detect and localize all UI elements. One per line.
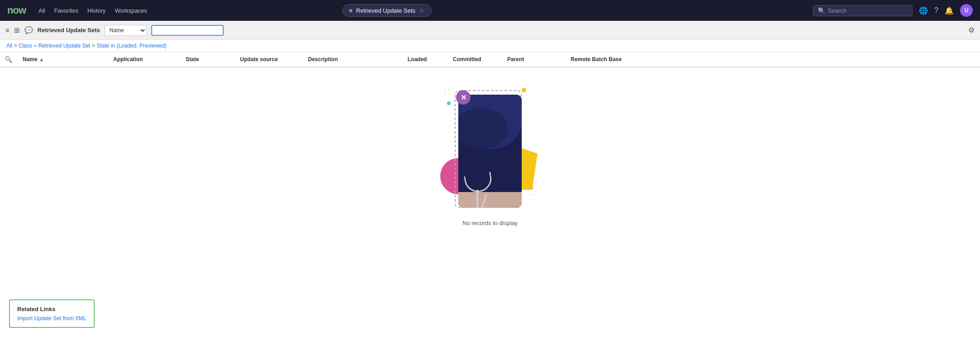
import-update-set-link[interactable]: Import Update Set from XML	[17, 315, 86, 322]
content-area: ••••••	[0, 67, 980, 346]
col-parent-label: Parent	[507, 56, 524, 62]
dots-decoration-br: •••	[528, 187, 534, 197]
nav-all[interactable]: All	[38, 7, 45, 14]
nav-right-section: 🔍 🌐 ? 🔔 U	[813, 4, 973, 17]
dish-bowl	[464, 172, 494, 194]
th-remote-batch[interactable]: Remote Batch Base	[566, 56, 980, 63]
breadcrumb-all[interactable]: All	[6, 43, 12, 49]
col-search-icon[interactable]: 🔍	[5, 56, 12, 63]
global-search-input[interactable]	[828, 7, 908, 14]
pill-title: Retrieved Update Sets	[356, 7, 415, 14]
col-committed-label: Committed	[453, 56, 481, 62]
th-committed[interactable]: Committed	[448, 56, 503, 63]
teal-dot-decoration	[447, 101, 451, 105]
breadcrumb-separator-1: >	[14, 43, 19, 49]
favorite-star-icon[interactable]: ☆	[419, 7, 425, 14]
pill-list-icon: ≡	[349, 7, 353, 14]
empty-message: No records to display	[462, 220, 518, 226]
list-view-icon[interactable]: ≡	[5, 26, 10, 34]
globe-icon[interactable]: 🌐	[919, 6, 928, 15]
nav-workspaces[interactable]: Workspaces	[115, 7, 147, 14]
th-update-source[interactable]: Update source	[235, 56, 303, 63]
main-layout: ≡ ⊞ 💬 Retrieved Update Sets Name State A…	[0, 21, 980, 346]
yellow-dot-decoration	[522, 88, 526, 92]
user-avatar[interactable]: U	[960, 4, 973, 17]
breadcrumb-separator-2: >	[92, 43, 96, 49]
illustration-card	[458, 95, 522, 208]
message-icon[interactable]: 💬	[24, 26, 33, 34]
col-application-label: Application	[113, 56, 143, 62]
filter-field-select[interactable]: Name State Application	[105, 25, 147, 36]
dots-decoration-tl: ••••••	[445, 86, 456, 97]
help-icon[interactable]: ?	[934, 6, 938, 14]
list-search-input[interactable]	[151, 25, 224, 36]
x-button-illustration: ✕	[456, 90, 471, 105]
top-navigation: now All Favorites History Workspaces ≡ R…	[0, 0, 980, 21]
related-links-title: Related Links	[17, 306, 86, 312]
th-state[interactable]: State	[181, 56, 235, 63]
list-toolbar: ≡ ⊞ 💬 Retrieved Update Sets Name State A…	[0, 21, 980, 40]
page-title-pill[interactable]: ≡ Retrieved Update Sets ☆	[342, 4, 432, 17]
col-loaded-label: Loaded	[408, 56, 427, 62]
empty-illustration: ••••••	[445, 86, 535, 212]
nav-favorites[interactable]: Favorites	[54, 7, 78, 14]
global-search-box[interactable]: 🔍	[813, 5, 913, 16]
th-loaded[interactable]: Loaded	[403, 56, 448, 63]
empty-state: ••••••	[0, 67, 980, 235]
th-application[interactable]: Application	[109, 56, 181, 63]
search-icon: 🔍	[818, 7, 825, 14]
table-header: 🔍 Name ▲ Application State Update source…	[0, 52, 980, 67]
col-description-label: Description	[308, 56, 338, 62]
dish-stand	[476, 190, 478, 208]
sort-arrow-icon: ▲	[39, 57, 44, 62]
breadcrumb-bar: All > Class = Retrieved Update Set > Sta…	[0, 40, 980, 52]
filter-icon[interactable]: ⊞	[14, 26, 20, 34]
col-state-label: State	[186, 56, 199, 62]
settings-gear-icon[interactable]: ⚙	[968, 26, 975, 34]
notification-icon[interactable]: 🔔	[945, 6, 954, 15]
breadcrumb-state[interactable]: State in (Loaded, Previewed)	[96, 43, 167, 49]
th-search: 🔍	[0, 56, 18, 63]
nav-history[interactable]: History	[87, 7, 106, 14]
col-remote-batch-label: Remote Batch Base	[571, 56, 622, 62]
breadcrumb-class[interactable]: Class = Retrieved Update Set	[19, 43, 90, 49]
th-name[interactable]: Name ▲	[18, 56, 109, 63]
ground-layer	[458, 192, 522, 208]
related-links-panel: Related Links Import Update Set from XML	[9, 299, 95, 328]
th-description[interactable]: Description	[303, 56, 403, 63]
th-parent[interactable]: Parent	[503, 56, 566, 63]
now-logo[interactable]: now	[7, 5, 26, 16]
toolbar-title: Retrieved Update Sets	[38, 27, 100, 34]
col-update-source-label: Update source	[240, 56, 278, 62]
col-name-label: Name	[23, 56, 38, 62]
